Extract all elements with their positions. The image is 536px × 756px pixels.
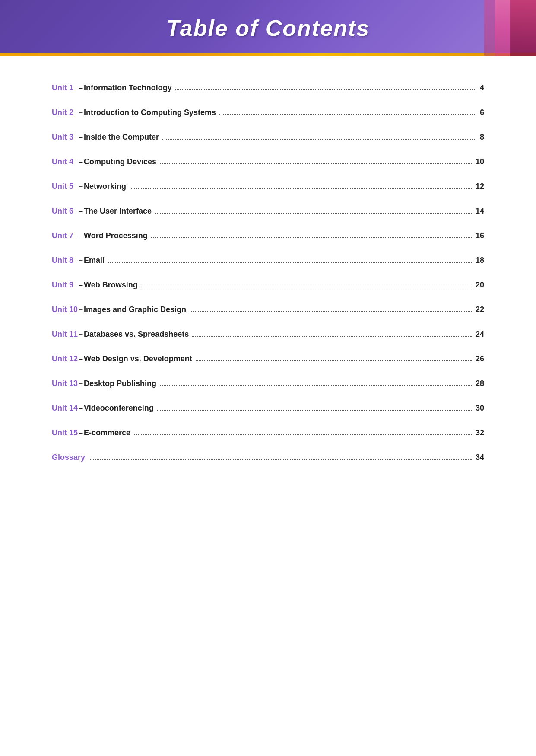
toc-entry-8: Unit 8 – Email18	[52, 255, 484, 266]
unit-title-12: Web Design vs. Development	[84, 353, 192, 365]
unit-label-1[interactable]: Unit 1	[52, 82, 78, 94]
page-header: Table of Contents	[0, 0, 536, 56]
separator-7: –	[79, 230, 83, 242]
toc-list: Unit 1 – Information Technology4Unit 2 –…	[52, 82, 484, 439]
deco-bar-2	[495, 0, 510, 56]
toc-entry-14: Unit 14 – Videoconferencing30	[52, 402, 484, 414]
toc-entry-7: Unit 7 – Word Processing16	[52, 230, 484, 242]
glossary-page: 34	[476, 452, 484, 463]
dots-3	[162, 139, 476, 140]
page-number-7: 16	[476, 230, 484, 242]
unit-label-7[interactable]: Unit 7	[52, 230, 78, 242]
unit-title-2: Introduction to Computing Systems	[84, 107, 216, 118]
toc-content: Unit 1 – Information Technology4Unit 2 –…	[0, 56, 536, 511]
unit-title-13: Desktop Publishing	[84, 378, 156, 389]
unit-title-15: E-commerce	[84, 427, 130, 439]
toc-entry-10: Unit 10 – Images and Graphic Design22	[52, 304, 484, 316]
separator-8: –	[79, 255, 83, 266]
unit-label-2[interactable]: Unit 2	[52, 107, 78, 118]
page-number-9: 20	[476, 279, 484, 291]
unit-label-13[interactable]: Unit 13	[52, 378, 78, 389]
toc-entry-5: Unit 5 – Networking12	[52, 181, 484, 192]
unit-title-8: Email	[84, 255, 105, 266]
dots-13	[160, 385, 472, 386]
separator-5: –	[79, 181, 83, 192]
page-number-13: 28	[476, 378, 484, 389]
page-number-12: 26	[476, 353, 484, 365]
unit-label-14[interactable]: Unit 14	[52, 402, 78, 414]
dots-5	[130, 188, 472, 189]
unit-title-5: Networking	[84, 181, 126, 192]
unit-title-3: Inside the Computer	[84, 131, 159, 143]
toc-entry-9: Unit 9 – Web Browsing20	[52, 279, 484, 291]
page-number-6: 14	[476, 205, 484, 217]
unit-label-15[interactable]: Unit 15	[52, 427, 78, 439]
deco-bar-3	[484, 0, 495, 56]
dots-4	[160, 163, 472, 164]
unit-title-9: Web Browsing	[84, 279, 138, 291]
dots-8	[108, 262, 472, 263]
dots-6	[155, 213, 472, 214]
separator-15: –	[79, 427, 83, 439]
page-number-5: 12	[476, 181, 484, 192]
page-number-11: 24	[476, 329, 484, 340]
unit-label-8[interactable]: Unit 8	[52, 255, 78, 266]
dots-14	[157, 410, 472, 411]
toc-glossary-entry: Glossary 34	[52, 452, 484, 463]
unit-label-11[interactable]: Unit 11	[52, 329, 78, 340]
dots-15	[134, 434, 472, 435]
toc-entry-12: Unit 12 – Web Design vs. Development26	[52, 353, 484, 365]
unit-title-11: Databases vs. Spreadsheets	[84, 329, 189, 340]
unit-title-14: Videoconferencing	[84, 402, 154, 414]
separator-14: –	[79, 402, 83, 414]
glossary-label[interactable]: Glossary	[52, 452, 85, 463]
dots-10	[190, 311, 472, 312]
unit-title-4: Computing Devices	[84, 156, 156, 168]
deco-bar-1	[510, 0, 536, 56]
page-number-15: 32	[476, 427, 484, 439]
unit-title-1: Information Technology	[84, 82, 172, 94]
unit-title-6: The User Interface	[84, 205, 152, 217]
toc-entry-15: Unit 15 – E-commerce32	[52, 427, 484, 439]
toc-entry-4: Unit 4 – Computing Devices10	[52, 156, 484, 168]
toc-entry-1: Unit 1 – Information Technology4	[52, 82, 484, 94]
unit-label-3[interactable]: Unit 3	[52, 131, 78, 143]
dots-2	[219, 114, 476, 115]
page-title: Table of Contents	[166, 15, 370, 41]
unit-label-9[interactable]: Unit 9	[52, 279, 78, 291]
unit-label-4[interactable]: Unit 4	[52, 156, 78, 168]
toc-entry-11: Unit 11 – Databases vs. Spreadsheets24	[52, 329, 484, 340]
separator-3: –	[79, 131, 83, 143]
separator-12: –	[79, 353, 83, 365]
unit-title-7: Word Processing	[84, 230, 148, 242]
separator-1: –	[79, 82, 83, 94]
separator-6: –	[79, 205, 83, 217]
unit-label-12[interactable]: Unit 12	[52, 353, 78, 365]
page-number-3: 8	[480, 131, 484, 143]
separator-11: –	[79, 329, 83, 340]
unit-title-10: Images and Graphic Design	[84, 304, 186, 316]
unit-label-6[interactable]: Unit 6	[52, 205, 78, 217]
dots-12	[196, 360, 472, 361]
unit-label-10[interactable]: Unit 10	[52, 304, 78, 316]
separator-13: –	[79, 378, 83, 389]
glossary-dots	[89, 459, 472, 460]
dots-11	[192, 336, 472, 337]
dots-7	[151, 237, 472, 238]
page-number-1: 4	[480, 82, 484, 94]
separator-2: –	[79, 107, 83, 118]
page-number-2: 6	[480, 107, 484, 118]
dots-1	[175, 89, 476, 90]
page-number-10: 22	[476, 304, 484, 316]
toc-entry-2: Unit 2 – Introduction to Computing Syste…	[52, 107, 484, 118]
separator-4: –	[79, 156, 83, 168]
page-number-8: 18	[476, 255, 484, 266]
dots-9	[141, 287, 472, 287]
toc-entry-3: Unit 3 – Inside the Computer8	[52, 131, 484, 143]
separator-9: –	[79, 279, 83, 291]
toc-entry-13: Unit 13 – Desktop Publishing28	[52, 378, 484, 389]
separator-10: –	[79, 304, 83, 316]
unit-label-5[interactable]: Unit 5	[52, 181, 78, 192]
page-number-4: 10	[476, 156, 484, 168]
page-number-14: 30	[476, 402, 484, 414]
